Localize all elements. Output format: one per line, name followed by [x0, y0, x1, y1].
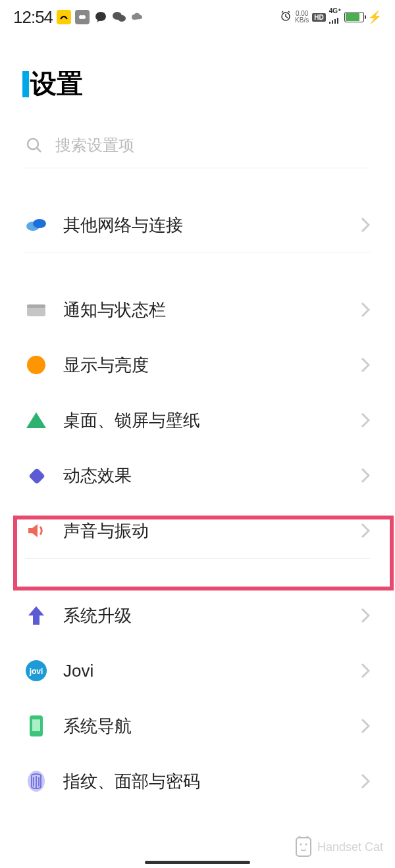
notifications-icon	[25, 299, 47, 321]
chevron-right-icon	[361, 718, 370, 734]
item-system-upgrade[interactable]: 系统升级	[25, 588, 370, 643]
status-bar: 12:54 0.00KB/s HD 4G⁺ ⚡	[0, 0, 395, 32]
navigation-icon	[25, 715, 47, 737]
chat-icon	[93, 10, 108, 24]
upgrade-icon	[25, 604, 47, 627]
svg-rect-8	[334, 19, 336, 24]
item-motion-effects[interactable]: 动态效果	[25, 448, 370, 503]
svg-text:jovi: jovi	[29, 667, 43, 676]
svg-point-10	[28, 139, 38, 149]
page-title: 设置	[30, 66, 83, 102]
cloud-icon	[130, 10, 145, 24]
svg-rect-15	[27, 304, 45, 308]
item-label: 其他网络与连接	[63, 214, 361, 237]
svg-rect-23	[296, 838, 311, 856]
chevron-right-icon	[361, 217, 370, 233]
settings-group-network: 其他网络与连接	[25, 197, 370, 253]
svg-point-4	[118, 15, 126, 22]
item-label: Jovi	[63, 661, 361, 681]
svg-rect-21	[32, 719, 40, 731]
svg-point-2	[95, 12, 106, 21]
item-label: 显示与亮度	[63, 354, 361, 377]
svg-rect-7	[332, 20, 333, 24]
network-type: 4G⁺	[329, 8, 341, 26]
item-label: 声音与振动	[63, 519, 361, 542]
motion-icon	[25, 464, 47, 487]
item-label: 系统升级	[63, 604, 361, 627]
status-app-icons	[57, 10, 145, 24]
svg-point-16	[27, 356, 45, 374]
settings-group-system: 系统升级 jovi Jovi 系统导航 指纹、面部与密码	[25, 588, 370, 809]
svg-point-13	[33, 219, 46, 228]
item-label: 桌面、锁屏与壁纸	[63, 409, 361, 432]
chevron-right-icon	[361, 302, 370, 318]
item-label: 指纹、面部与密码	[63, 770, 361, 793]
data-speed: 0.00KB/s	[295, 11, 309, 24]
chevron-right-icon	[361, 608, 370, 623]
fingerprint-icon	[25, 770, 47, 792]
item-desktop-wallpaper[interactable]: 桌面、锁屏与壁纸	[25, 393, 370, 448]
chevron-right-icon	[361, 523, 370, 539]
item-label: 通知与状态栏	[63, 299, 361, 322]
svg-point-1	[82, 15, 86, 19]
search-icon	[25, 136, 43, 155]
item-sound-vibration[interactable]: 声音与振动	[25, 503, 370, 558]
chevron-right-icon	[361, 773, 370, 789]
svg-line-11	[37, 148, 41, 152]
sound-icon	[25, 519, 47, 542]
network-icon	[25, 214, 47, 236]
svg-rect-9	[337, 18, 338, 24]
app-icon-2	[75, 10, 90, 24]
alarm-icon	[280, 10, 292, 24]
item-notifications[interactable]: 通知与状态栏	[25, 282, 370, 337]
svg-rect-6	[329, 22, 330, 24]
settings-group-display: 通知与状态栏 显示与亮度 桌面、锁屏与壁纸 动态效果 声音与振动	[25, 282, 370, 559]
watermark: Handset Cat	[295, 836, 383, 857]
brightness-icon	[25, 354, 47, 376]
battery-icon	[344, 12, 364, 22]
item-jovi[interactable]: jovi Jovi	[25, 643, 370, 698]
item-label: 系统导航	[63, 715, 361, 738]
home-indicator[interactable]	[145, 861, 250, 864]
search-bar[interactable]	[25, 136, 370, 168]
app-icon-1	[57, 10, 71, 24]
jovi-icon: jovi	[25, 660, 47, 682]
chevron-right-icon	[361, 468, 370, 483]
search-input[interactable]	[55, 136, 370, 155]
svg-point-27	[305, 844, 307, 846]
charging-icon: ⚡	[367, 10, 382, 24]
item-biometric-password[interactable]: 指纹、面部与密码	[25, 754, 370, 809]
page-header: 设置	[0, 32, 395, 118]
item-other-network[interactable]: 其他网络与连接	[25, 197, 370, 253]
item-display-brightness[interactable]: 显示与亮度	[25, 337, 370, 393]
chevron-right-icon	[361, 412, 370, 428]
status-time: 12:54	[13, 7, 53, 28]
wechat-icon	[112, 10, 126, 24]
hd-badge: HD	[312, 13, 325, 22]
title-accent	[22, 71, 29, 97]
svg-point-26	[300, 844, 302, 846]
svg-rect-17	[28, 468, 45, 484]
item-system-navigation[interactable]: 系统导航	[25, 698, 370, 754]
chevron-right-icon	[361, 357, 370, 373]
wallpaper-icon	[25, 409, 47, 431]
item-label: 动态效果	[63, 464, 361, 487]
chevron-right-icon	[361, 663, 370, 679]
